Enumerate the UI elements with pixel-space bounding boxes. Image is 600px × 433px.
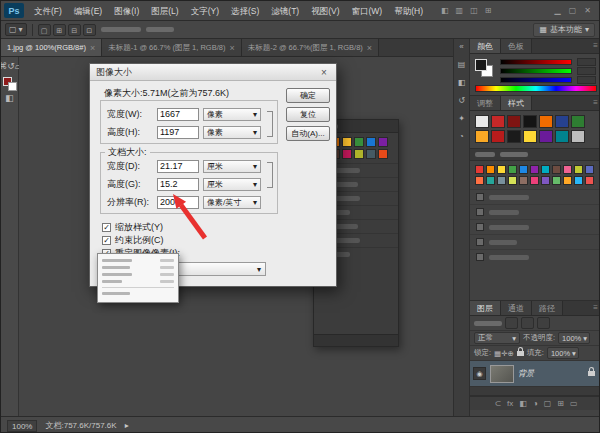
document-tab[interactable]: 未标题-1 @ 66.7% (图层 1, RGB/8) × [102,39,242,56]
color-spectrum-bar[interactable] [475,85,597,92]
doc-width-unit-select[interactable]: 厘米 ▾ [203,160,261,173]
app-bar-icon[interactable]: ◧ [441,6,449,15]
lock-icon[interactable] [517,351,524,356]
layers-toolbar-icon[interactable]: ◧ [519,399,527,408]
panel-menu-icon[interactable]: ≡ [589,39,600,53]
tab-layers[interactable]: 图层 [470,301,501,315]
color-swatch[interactable] [378,137,388,147]
tab-adjustments[interactable]: 调整 [470,96,501,110]
color-swatch[interactable] [585,165,594,174]
menu-item[interactable]: 滤镜(T) [265,1,305,21]
filter-kind-placeholder[interactable] [474,321,502,326]
collapsed-panel-icon[interactable]: ◔ [459,132,464,141]
color-swatch[interactable] [475,165,484,174]
green-value-field[interactable] [577,67,596,75]
workspace-switcher[interactable]: ▦ 基本功能 ▾ [533,23,595,37]
menu-item[interactable]: 视图(V) [305,1,345,21]
color-swatch[interactable] [563,165,572,174]
color-swatch[interactable] [530,165,539,174]
menu-item[interactable]: 选择(S) [225,1,265,21]
color-swatch[interactable] [519,176,528,185]
layers-toolbar-icon[interactable]: ⊂ [494,399,501,408]
close-icon[interactable]: × [90,43,95,53]
tab-channels[interactable]: 通道 [501,301,532,315]
panel-menu-icon[interactable]: ≡ [589,301,600,315]
layers-toolbar-icon[interactable]: ▢ [544,399,552,408]
ok-button[interactable]: 确定 [286,88,330,103]
style-swatch[interactable] [523,130,537,143]
close-icon[interactable]: × [318,67,330,78]
layers-toolbar-icon[interactable]: ▭ [570,399,578,408]
menu-item[interactable]: 文件(F) [28,1,68,21]
layer-row-background[interactable]: ◉ 背景 [470,361,600,387]
menu-item[interactable]: 帮助(H) [388,1,429,21]
color-swatch[interactable] [519,165,528,174]
opacity-select[interactable]: 100% ▾ [558,332,590,344]
auto-button[interactable]: 自动(A)... [286,126,330,141]
blue-slider[interactable] [500,77,572,83]
collapsed-panel-icon[interactable]: ✦ [458,114,465,123]
color-swatch[interactable] [530,176,539,185]
tab-styles[interactable]: 样式 [501,96,532,110]
menu-item[interactable]: 文字(Y) [185,1,225,21]
window-control-icon[interactable]: ▢ [569,6,577,15]
quick-mask-icon[interactable]: ◧ [2,91,18,106]
selection-mode-icon[interactable]: ⊞ [53,24,66,36]
filter-icon[interactable] [521,317,534,329]
color-swatch[interactable] [354,137,364,147]
style-swatch[interactable] [539,130,553,143]
color-panel-swatches[interactable] [475,59,493,77]
blue-value-field[interactable] [577,76,596,84]
tab-paths[interactable]: 路径 [532,301,563,315]
menu-item[interactable]: 图像(I) [108,1,145,21]
scale-styles-checkbox-row[interactable]: ✓ 缩放样式(Y) [102,222,163,233]
panel-menu-icon[interactable]: ≡ [589,96,600,110]
style-swatch[interactable] [523,115,537,128]
selection-mode-icon[interactable]: ⊟ [68,24,81,36]
layers-toolbar-icon[interactable]: ◑ [533,399,538,408]
reset-button[interactable]: 复位 [286,107,330,122]
lock-option-icon[interactable]: ⊕ [507,349,513,358]
style-swatch[interactable] [539,115,553,128]
color-swatch[interactable] [354,149,364,159]
collapsed-panel-icon[interactable]: ↺ [458,96,465,105]
app-bar-icon[interactable]: ◫ [470,6,478,15]
collapsed-panel-icon[interactable]: ◧ [458,78,466,87]
color-swatch[interactable] [366,137,376,147]
checkbox[interactable]: ✓ [102,223,111,232]
color-swatch[interactable] [497,165,506,174]
red-value-field[interactable] [577,58,596,66]
color-swatch[interactable] [475,176,484,185]
style-swatch[interactable] [555,130,569,143]
color-swatch[interactable] [508,165,517,174]
color-swatch[interactable] [342,149,352,159]
menu-item[interactable] [102,278,174,285]
filter-icon[interactable] [505,317,518,329]
color-swatch[interactable] [585,176,594,185]
list-item[interactable] [470,249,600,264]
color-swatch[interactable] [541,176,550,185]
document-tab[interactable]: 未标题-2 @ 66.7%(图层 1, RGB/8) × [242,39,379,56]
status-expander-icon[interactable]: ▸ [125,421,129,430]
style-swatch[interactable] [475,115,489,128]
style-swatch[interactable] [571,130,585,143]
color-swatch[interactable] [541,165,550,174]
pixel-height-input[interactable] [157,126,199,139]
menu-item[interactable]: 编辑(E) [68,1,108,21]
close-icon[interactable]: × [229,43,234,53]
app-bar-icon[interactable]: ⊞ [485,6,492,15]
style-swatch[interactable] [475,130,489,143]
green-slider[interactable] [500,68,572,74]
close-icon[interactable]: × [367,43,372,53]
color-swatch[interactable] [574,176,583,185]
visibility-eye-icon[interactable]: ◉ [473,367,486,380]
color-swatch[interactable] [366,149,376,159]
filter-icon[interactable] [537,317,550,329]
list-item[interactable] [470,189,600,204]
color-swatch[interactable] [563,176,572,185]
pixel-width-unit-select[interactable]: 像素 ▾ [203,108,261,121]
app-bar-icon[interactable]: ▥ [456,6,464,15]
layers-toolbar-icon[interactable]: fx [507,399,513,408]
style-swatch[interactable] [571,115,585,128]
pixel-width-input[interactable] [157,108,199,121]
